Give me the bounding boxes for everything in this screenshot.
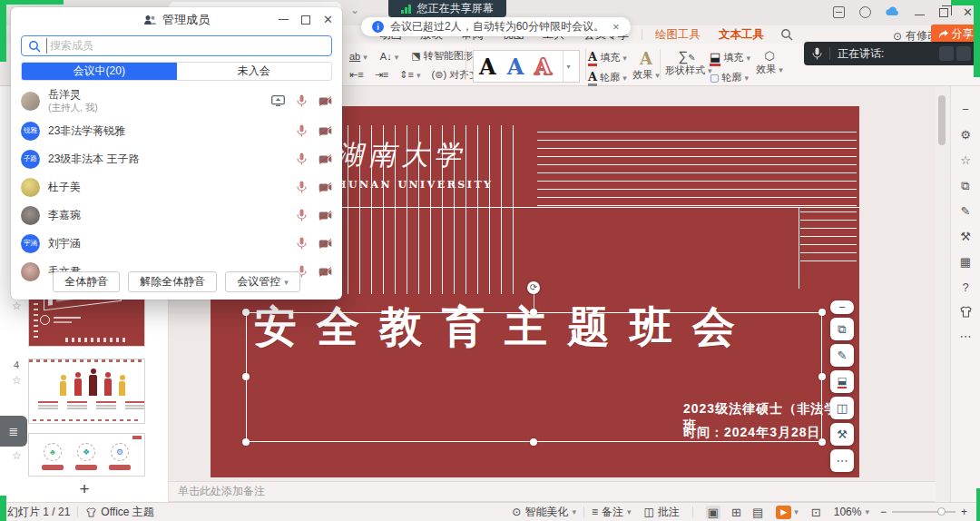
help-icon[interactable]: ? [962,280,968,294]
notes-button[interactable]: ≡ 备注 ▾ [592,505,632,520]
slideshow-play-button[interactable]: ▶ [776,506,791,519]
shapes-panel-icon[interactable]: ⧉ [961,179,969,192]
globe-icon[interactable] [859,6,871,18]
mute-all-button[interactable]: 全体静音 [53,271,120,292]
zoom-slider-thumb[interactable] [937,507,946,516]
camera-icon[interactable] [318,211,332,221]
member-search-input[interactable]: 搜索成员 [21,35,332,56]
tab-not-joined[interactable]: 未入会 [177,63,332,80]
reading-view-button[interactable]: ▤ [752,506,763,519]
layer-button[interactable]: ⧉ [830,318,854,340]
zoom-slider[interactable] [892,511,956,513]
favorite-star-icon[interactable]: ☆ [12,374,22,387]
resize-handle-ne[interactable] [818,309,826,316]
layout-panel-icon[interactable]: ▦ [960,255,971,269]
shape-style-button[interactable]: 形状样式 ▾ [665,64,712,75]
notes-bar[interactable]: 单击此处添加备注 [169,481,936,502]
close-icon[interactable]: ✕ [963,6,973,18]
edit-pen-button[interactable]: ✎ [830,344,854,367]
resize-handle-nw[interactable] [242,309,250,316]
scrollbar-thumb[interactable] [938,95,946,145]
tab-text-tools[interactable]: 文本工具 [710,27,773,43]
smart-beautify-button[interactable]: ⊙ 智能美化 ▾ [512,505,576,520]
collapse-toolbar-button[interactable]: − [830,300,854,314]
shape-outline-button[interactable]: ▢ 轮廓 ▾ [710,71,750,84]
microphone-icon[interactable] [297,181,307,193]
fit-slide-button[interactable]: ⊡ [811,506,821,519]
microphone-icon[interactable] [297,124,307,137]
annotate-icon[interactable]: ✎ [961,204,971,218]
slide-sorter-view-button[interactable]: ⊞ [731,506,741,519]
text-direction-button[interactable]: A↓ ▾ [380,51,398,62]
more-tools-button[interactable]: ⋯ [830,449,854,472]
line-spacing-increase-icon[interactable]: ⇥≡ [375,69,389,81]
resize-handle-sw[interactable] [242,438,250,446]
convert-smartart-button[interactable]: ⬔ 转智能图形 [411,49,473,63]
camera-icon[interactable] [318,239,332,249]
shape-fill-button[interactable]: ⬓ 填充 ▾ [710,51,750,64]
play-options-icon[interactable]: ▾ [794,507,799,516]
shape-effect-button[interactable]: 效果 ▾ [756,64,783,74]
chevron-down-icon[interactable]: ⌄ [350,4,359,16]
zoom-in-button[interactable]: + [961,506,967,518]
wordart-gallery[interactable]: A A A ▾ [473,50,580,83]
text-fill-button[interactable]: A 填充 ▾ [588,51,627,64]
resize-handle-w[interactable] [242,373,250,380]
text-outline-button[interactable]: A 轮廓 ▾ [588,71,627,84]
member-row[interactable]: 杜子美 [21,174,332,200]
toast-close-icon[interactable]: × [612,20,620,34]
favorite-star-icon[interactable]: ☆ [12,300,22,312]
member-row[interactable]: 岳洋灵 (主持人, 我) [21,85,332,116]
member-row[interactable]: 宇涵 刘宇涵 [21,231,332,256]
camera-icon[interactable] [318,182,332,192]
line-spacing-decrease-icon[interactable]: ⇤≡ [349,69,364,81]
cloud-sync-icon[interactable] [886,6,900,17]
selection-box[interactable] [246,312,822,442]
more-panels-icon[interactable]: ⋯ [960,329,972,343]
zoom-level[interactable]: 106% ▾ [834,506,869,518]
tab-drawing-tools[interactable]: 绘图工具 [646,27,710,43]
camera-icon[interactable] [318,126,332,136]
skin-theme-icon[interactable] [959,306,973,318]
microphone-icon[interactable] [297,152,307,165]
dialog-close-icon[interactable]: ✕ [323,14,333,25]
slide-thumbnail-5[interactable]: ♣ ❖ ⚙ [28,433,145,477]
unmute-all-button[interactable]: 解除全体静音 [128,271,217,292]
resize-handle-n[interactable] [530,309,537,316]
slide-thumbnail-4[interactable] [28,359,145,424]
wordart-preset-black[interactable]: A [479,54,496,80]
tab-in-meeting[interactable]: 会议中(20) [22,63,177,80]
camera-icon[interactable] [318,154,332,164]
normal-view-button[interactable]: ▣ [706,506,720,519]
properties-icon[interactable]: ⚙ [960,128,971,142]
member-row[interactable]: 子路 23级非法本 王子路 [21,146,332,172]
comments-button[interactable]: ◫ 批注 [643,505,679,520]
quick-tools-button[interactable]: ⚒ [830,423,854,446]
rotate-handle[interactable]: ⟳ [527,281,540,294]
member-row[interactable]: 锐雅 23非法学蒋锐雅 [21,118,332,143]
minimize-icon[interactable] [915,15,925,15]
microphone-icon[interactable] [297,209,307,221]
add-slide-button[interactable]: + [71,479,98,499]
share-button[interactable]: 分享 [931,25,980,44]
vertical-scrollbar[interactable] [936,86,949,502]
search-icon[interactable] [780,28,793,41]
format-painter-button[interactable]: ⬓ [830,370,854,393]
favorite-star-icon[interactable]: ☆ [12,449,22,462]
wordart-preset-blue[interactable]: A [507,54,524,80]
theme-indicator[interactable]: Office 主题 [85,505,153,520]
member-row[interactable]: 李嘉琬 [21,202,332,228]
tools-icon[interactable]: ⚒ [960,230,971,243]
layout-icon[interactable] [833,6,845,18]
line-spacing-button[interactable]: ⇕≡ ▾ [399,69,420,81]
camera-icon[interactable] [318,96,332,106]
microphone-icon[interactable] [297,237,307,250]
microphone-icon[interactable] [297,94,307,107]
meeting-control-button[interactable]: 会议管控▾ [225,271,300,292]
collapsed-panel-tab[interactable]: ≣ [0,416,27,447]
wordart-preset-red-outline[interactable]: A [534,54,552,80]
resize-handle-s[interactable] [530,438,537,446]
char-spacing-button[interactable]: ab ▾ [349,51,368,62]
restore-icon[interactable] [939,8,948,17]
zoom-out-button[interactable]: − [880,506,887,518]
